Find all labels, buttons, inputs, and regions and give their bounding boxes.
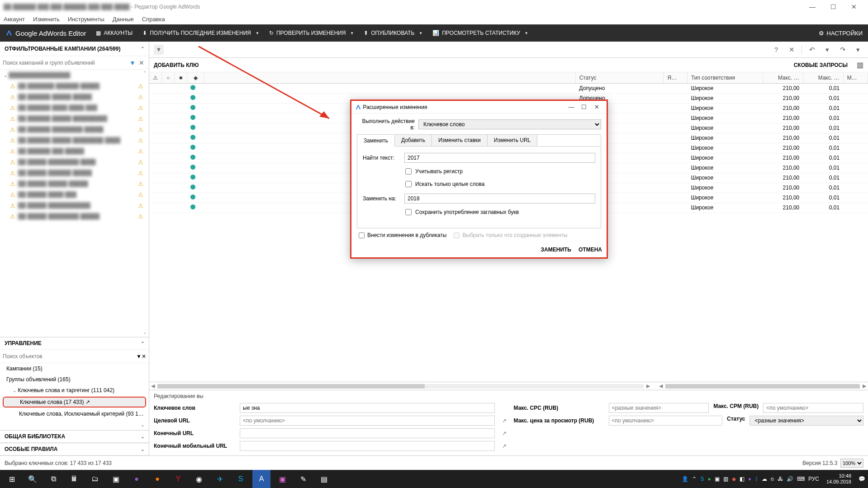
clear-object-search-icon[interactable]: ✕ <box>142 353 146 360</box>
search-queries-button[interactable]: СКОВЫЕ ЗАПРОСЫ <box>794 62 848 68</box>
help-icon[interactable]: ? <box>771 44 782 55</box>
tab-replace[interactable]: Заменить <box>357 135 395 147</box>
campaign-search-input[interactable] <box>3 60 128 66</box>
duplicates-checkbox[interactable] <box>359 232 365 238</box>
target-url-input[interactable] <box>240 416 495 426</box>
tray-people-icon[interactable]: 👤 <box>682 476 688 482</box>
maximize-button[interactable]: ☐ <box>823 0 844 14</box>
close-button[interactable]: ✕ <box>844 0 864 14</box>
tree-row[interactable]: ⚠██ ██████ ███ █████⚠ <box>0 146 149 156</box>
tray-icon[interactable]: ● <box>707 476 711 482</box>
col-keyword[interactable] <box>204 72 575 83</box>
funnel-icon[interactable]: ▼ <box>154 45 164 55</box>
tray-shield-icon[interactable]: ◆ <box>732 476 736 482</box>
columns-icon[interactable]: ▥ <box>857 61 863 69</box>
tray-lang[interactable]: РУС <box>808 476 819 482</box>
tray-keyboard-icon[interactable]: ⌨ <box>797 476 805 482</box>
yandex-icon[interactable]: Y <box>169 470 187 488</box>
tray-bluetooth-icon[interactable]: ᛒ <box>755 476 758 482</box>
obj-adgroups[interactable]: Группы объявлений (165) <box>0 374 149 385</box>
col-status[interactable]: Статус <box>575 72 664 83</box>
task-view-icon[interactable]: ⧉ <box>44 470 62 488</box>
tree-row[interactable]: ⚠██ ██████ █████ ████████ ████⚠ <box>0 135 149 146</box>
menu-tools[interactable]: Инструменты <box>68 16 104 23</box>
tray-skype-icon[interactable]: S <box>700 476 704 482</box>
adwords-editor-icon[interactable]: A <box>252 470 270 488</box>
col-diamond[interactable]: ◆ <box>187 72 204 83</box>
viber-icon[interactable]: ● <box>128 470 146 488</box>
skype-icon[interactable]: S <box>232 470 250 488</box>
library-section-header[interactable]: ОБЩАЯ БИБЛИОТЕКА⌄ <box>0 430 149 443</box>
tree-row[interactable]: ⚠██ ██████ ████████ █████⚠ <box>0 124 149 135</box>
preserve-case-checkbox[interactable] <box>405 209 412 215</box>
publish-button[interactable]: ⬆ ОПУБЛИКОВАТЬ▼ <box>364 30 422 36</box>
action-in-select[interactable]: Ключевое слово <box>418 119 601 129</box>
maxview-input[interactable] <box>609 416 723 426</box>
tab-add[interactable]: Добавить <box>395 135 432 146</box>
explorer-icon[interactable]: 🗂 <box>86 470 104 488</box>
cancel-button[interactable]: ОТМЕНА <box>579 246 602 253</box>
menu-help[interactable]: Справка <box>142 16 165 23</box>
replace-input[interactable] <box>404 194 595 204</box>
obj-expand[interactable]: ⌄ <box>0 419 149 430</box>
col-maxcpm[interactable]: Макс. … <box>803 72 843 83</box>
tree-row[interactable]: ⚠██ ███████ ██████ █████⚠ <box>0 81 149 91</box>
dialog-close-button[interactable]: ✕ <box>590 104 603 110</box>
tray-clock[interactable]: 10:4814.09.2018 <box>823 473 855 485</box>
tray-icon[interactable]: ▣ <box>715 476 720 482</box>
get-changes-button[interactable]: ⬇ ПОЛУЧИТЬ ПОСЛЕДНИЕ ИЗМЕНЕНИЯ▼ <box>142 30 259 36</box>
obj-keywords[interactable]: Ключевые слова (17 433) ↗ <box>3 397 146 407</box>
open-url-icon[interactable]: ↗ <box>499 430 509 436</box>
close-filter-icon[interactable]: ✕ <box>786 44 797 55</box>
tray-icon[interactable]: ◧ <box>740 476 745 482</box>
case-checkbox[interactable] <box>405 168 412 175</box>
dialog-maximize-button[interactable]: ☐ <box>578 104 590 110</box>
tab-change-url[interactable]: Изменить URL <box>488 135 537 146</box>
maxcpc-input[interactable] <box>609 403 709 413</box>
dialog-minimize-button[interactable]: — <box>565 104 578 110</box>
tree-row[interactable]: ⚠██ █████ ████████ █████⚠ <box>0 211 149 222</box>
telegram-icon[interactable]: ✈ <box>211 470 229 488</box>
tray-viber-icon[interactable]: ● <box>748 476 751 482</box>
app-icon[interactable]: ▤ <box>315 470 333 488</box>
tray-onedrive-icon[interactable]: ☁ <box>762 476 767 482</box>
col-square[interactable]: ■ <box>175 72 187 83</box>
object-search-input[interactable] <box>3 353 136 360</box>
redo-icon[interactable]: ↷ <box>837 44 848 55</box>
col-maxcpc[interactable]: Макс. … <box>763 72 803 83</box>
col-lang[interactable]: Я… <box>664 72 687 83</box>
open-url-icon[interactable]: ↗ <box>499 417 509 424</box>
obj-campaigns[interactable]: Кампании (15) <box>0 363 149 374</box>
undo-icon[interactable]: ↶ <box>806 44 817 55</box>
col-match[interactable]: Тип соответствия <box>687 72 763 83</box>
tree-row[interactable]: ⚠██ █████ █████ █████⚠ <box>0 178 149 189</box>
col-warn[interactable]: ⚠ <box>149 72 162 83</box>
calculator-icon[interactable]: 🖩 <box>65 470 83 488</box>
status-select[interactable]: <разные значения> <box>749 416 863 426</box>
undo-caret[interactable]: ▾ <box>822 44 833 55</box>
filtered-campaigns-header[interactable]: ОТФИЛЬТРОВАННЫЕ КАМПАНИИ (264/599)⌃ <box>0 42 149 56</box>
menu-edit[interactable]: Изменить <box>33 16 60 23</box>
table-row[interactable]: ДопущеноШирокое210,000,01 <box>149 83 868 93</box>
tray-icon[interactable]: ▥ <box>723 476 728 482</box>
tray-notifications-icon[interactable]: 💬 <box>859 476 865 482</box>
clear-search-icon[interactable]: ✕ <box>137 59 146 66</box>
obj-kw-targeting[interactable]: ⌄ Ключевые слова и таргетинг (111 042) <box>0 385 149 396</box>
tree-row[interactable]: ⚠██ █████ ████ ███⚠ <box>0 189 149 200</box>
find-input[interactable] <box>404 153 595 163</box>
tree-row[interactable]: ⚠██ ██████ ████ ████ ███⚠ <box>0 102 149 113</box>
rules-section-header[interactable]: ОСОБЫЕ ПРАВИЛА⌄ <box>0 443 149 455</box>
tree-row[interactable]: ⚠██ █████ ████████ ████⚠ <box>0 156 149 167</box>
filter-icon[interactable]: ▼ <box>128 59 137 66</box>
add-keyword-button[interactable]: ДОБАВИТЬ КЛЮ <box>154 62 199 68</box>
search-icon[interactable]: 🔍 <box>24 470 42 488</box>
tree-root[interactable]: ⌄ ████████████████ <box>0 70 149 81</box>
tray-icon[interactable]: ⎋ <box>771 476 774 482</box>
stats-button[interactable]: 📊 ПРОСМОТРЕТЬ СТАТИСТИКУ▼ <box>432 30 528 36</box>
tray-network-icon[interactable]: 🖧 <box>778 476 783 482</box>
final-mobile-url-input[interactable] <box>240 441 495 451</box>
tab-change-bids[interactable]: Изменить ставки <box>432 135 488 146</box>
tree-row[interactable]: ⚠██ ██████ █████ █████████⚠ <box>0 113 149 124</box>
col-m[interactable]: М… <box>843 72 868 83</box>
final-url-input[interactable] <box>240 428 495 438</box>
